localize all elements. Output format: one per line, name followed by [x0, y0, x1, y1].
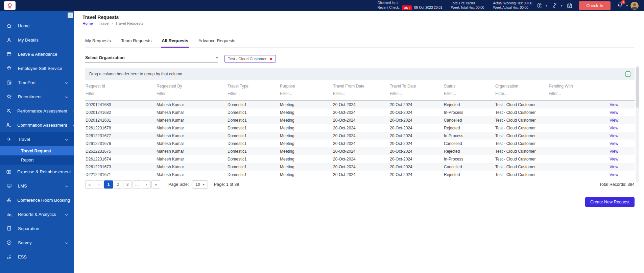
- tab-team-requests[interactable]: Team Requests: [121, 38, 151, 47]
- ellipsis-button[interactable]: ...: [133, 180, 141, 189]
- tab-advance-requests[interactable]: Advance Requests: [198, 38, 235, 47]
- profile-dropdown-caret-icon[interactable]: ▾: [626, 4, 628, 7]
- cell-status: Rejected: [444, 172, 495, 177]
- sidebar-collapse-button[interactable]: ‹: [68, 13, 73, 18]
- check-in-button[interactable]: Check-In: [579, 1, 611, 10]
- actions-row: Create New Request: [85, 197, 635, 207]
- notifications-bell[interactable]: 4: [617, 2, 623, 9]
- page-size-select[interactable]: 10 ▾: [192, 180, 208, 189]
- table-row: D0201241682Mahesh KumarDomestic1Meeting2…: [85, 108, 635, 116]
- first-page-button[interactable]: «: [85, 180, 94, 189]
- sidebar-nav-panel: ‹ HomeMy DetailsLeave & AttendanceEmploy…: [0, 11, 74, 273]
- column-header-requested-by[interactable]: Requested By: [156, 82, 227, 90]
- filter-input-travel-type[interactable]: [227, 90, 271, 97]
- column-header-pending-with[interactable]: Pending With: [548, 82, 609, 90]
- column-header-request-id[interactable]: Request Id: [85, 82, 156, 90]
- sidebar-item-expense-reimbursement[interactable]: Expense & Reimbursement: [0, 165, 74, 179]
- tab-all-requests[interactable]: All Requests: [162, 38, 188, 47]
- cell-id: D2612231673: [85, 165, 156, 169]
- view-link[interactable]: View: [610, 110, 618, 115]
- view-link[interactable]: View: [610, 126, 618, 130]
- sidebar-item-travel[interactable]: ✈Travel: [0, 132, 74, 146]
- column-header-purpose[interactable]: Purpose: [280, 82, 333, 90]
- select-organization-label: Select Organization: [85, 55, 125, 60]
- help-dropdown-caret-icon[interactable]: ▾: [546, 4, 547, 7]
- sidebar-item-lms[interactable]: LMS: [0, 179, 74, 193]
- view-link[interactable]: View: [610, 172, 618, 177]
- cell-status: Cancelled: [444, 118, 495, 123]
- chip-remove-icon[interactable]: ✖: [269, 57, 272, 61]
- sidebar-item-recruitment[interactable]: Recruitment: [0, 90, 74, 104]
- filter-input-travel-to-date[interactable]: [389, 90, 435, 97]
- view-link[interactable]: View: [610, 157, 618, 162]
- sidebar-item-home[interactable]: Home: [0, 19, 74, 33]
- sidebar-item-timeport[interactable]: TimePort: [0, 75, 74, 90]
- sidebar-item-ess[interactable]: ESS: [0, 250, 74, 264]
- filter-input-organization[interactable]: [495, 90, 540, 97]
- sidebar-subitem-travel-request[interactable]: Travel Request: [0, 146, 74, 155]
- next-page-button[interactable]: ›: [142, 180, 151, 189]
- column-header-travel-to-date[interactable]: Travel To Date: [389, 82, 444, 90]
- export-excel-icon[interactable]: x: [625, 71, 630, 77]
- quick-links-icon[interactable]: [552, 3, 558, 9]
- app-logo[interactable]: [4, 1, 16, 10]
- tab-my-requests[interactable]: My Requests: [85, 38, 111, 47]
- prev-page-button[interactable]: ‹: [95, 180, 103, 189]
- select-organization-dropdown[interactable]: Select Organization ▾: [85, 55, 218, 63]
- sidebar-item-reports-analytics[interactable]: Reports & Analytics: [0, 207, 74, 221]
- filter-input-pending-with[interactable]: [548, 90, 600, 97]
- cell-travel-from: 20-Oct-2024: [333, 149, 389, 154]
- help-icon[interactable]: ?: [536, 3, 543, 9]
- sidebar-item-performance-assessment[interactable]: Performance Assessment: [0, 104, 74, 118]
- filter-input-purpose[interactable]: [280, 90, 324, 97]
- week-total-hrs-label: Week Total Hrs:: [451, 6, 475, 9]
- column-header-travel-type[interactable]: Travel Type: [227, 82, 280, 90]
- cell-travel-from: 20-Oct-2024: [333, 133, 389, 138]
- page-title: Travel Requests: [82, 15, 644, 20]
- table-scrollbar[interactable]: [636, 66, 639, 183]
- user-icon: [6, 37, 12, 43]
- column-header-travel-from-date[interactable]: Travel From Date: [333, 82, 389, 90]
- column-header-organization[interactable]: Organization: [495, 82, 548, 90]
- view-link[interactable]: View: [610, 118, 618, 123]
- filter-input-request-id[interactable]: [85, 90, 147, 97]
- table-row: D2612231678Mahesh KumarDomestic1Meeting2…: [85, 124, 635, 132]
- cell-travel-to: 20-Oct-2024: [389, 165, 444, 169]
- chevron-down-icon: [65, 137, 68, 142]
- table-row: D2612231674Mahesh KumarDomestic1Meeting2…: [85, 155, 635, 163]
- sidebar-item-confirmation-assessment[interactable]: Confirmation Assessment: [0, 118, 74, 132]
- view-link[interactable]: View: [610, 102, 618, 107]
- checkin-status-block: Checked In at: Recent Check: OUT 06-Oct-…: [378, 1, 443, 10]
- sidebar-subitem-report[interactable]: Report: [0, 155, 74, 165]
- sidebar-item-leave-attendance[interactable]: Leave & Attendance: [0, 47, 74, 61]
- cell-requested-by: Mahesh Kumar: [156, 133, 227, 138]
- cell-action: View: [609, 126, 635, 130]
- filter-input-requested-by[interactable]: [156, 90, 218, 97]
- attendance-calendar-icon[interactable]: [567, 3, 573, 9]
- sidebar-item-conference-room-booking[interactable]: Conference Room Booking: [0, 193, 74, 207]
- cell-requested-by: Mahesh Kumar: [156, 165, 227, 169]
- view-link[interactable]: View: [610, 149, 618, 154]
- sidebar-item-survey[interactable]: Survey: [0, 235, 74, 250]
- column-header-status[interactable]: Status: [444, 82, 495, 90]
- user-avatar[interactable]: [630, 2, 639, 10]
- view-link[interactable]: View: [610, 133, 618, 138]
- view-link[interactable]: View: [610, 165, 618, 169]
- filter-input-travel-from-date[interactable]: [333, 90, 381, 97]
- scrollbar-thumb[interactable]: [636, 67, 639, 108]
- sidebar-item-separation[interactable]: Separation: [0, 221, 74, 235]
- table-row: D0201241683Mahesh KumarDomestic1Meeting2…: [85, 101, 635, 108]
- sidebar-item-employee-self-service[interactable]: Employee Self Service: [0, 61, 74, 75]
- filter-cell-pending-with: [548, 90, 609, 97]
- view-link[interactable]: View: [610, 141, 618, 146]
- page-3-button[interactable]: 3: [123, 180, 132, 189]
- links-dropdown-caret-icon[interactable]: ▾: [561, 4, 563, 7]
- sidebar-item-my-details[interactable]: My Details: [0, 33, 74, 47]
- filter-input-status[interactable]: [444, 90, 486, 97]
- breadcrumb-home-link[interactable]: Home: [82, 21, 93, 25]
- create-new-request-button[interactable]: Create New Request: [585, 197, 635, 207]
- page-2-button[interactable]: 2: [114, 180, 122, 189]
- last-page-button[interactable]: »: [151, 180, 160, 189]
- page-1-button[interactable]: 1: [104, 180, 113, 189]
- cell-organization: Test - Cloud Customer: [495, 110, 548, 115]
